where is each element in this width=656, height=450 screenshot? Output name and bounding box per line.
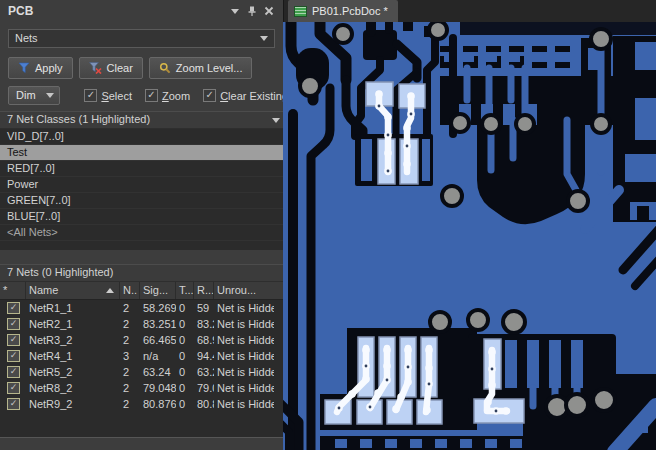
option-checkbox[interactable]: ✓ Clear Existing: [203, 89, 283, 102]
net-checkbox[interactable]: ✓: [7, 366, 20, 378]
net-class-item[interactable]: Power: [0, 177, 283, 193]
net-name: NetR2_1: [26, 318, 120, 330]
pcb-editor-canvas[interactable]: [283, 22, 656, 450]
checkbox[interactable]: ✓: [145, 89, 158, 102]
net-nodes: 2: [120, 398, 140, 410]
zoom-level-button[interactable]: Zoom Level...: [149, 57, 253, 79]
net-signal-length: 63.24: [140, 366, 176, 378]
checkbox[interactable]: ✓: [203, 89, 216, 102]
tab-label: PB01.PcbDoc *: [312, 5, 388, 17]
check-icon: ✓: [10, 335, 18, 344]
column-header-name[interactable]: Name: [26, 282, 120, 299]
net-checkbox[interactable]: ✓: [7, 302, 20, 314]
net-signal-length: 66.465: [140, 334, 176, 346]
clear-label: Clear: [107, 62, 133, 74]
net-checkbox[interactable]: ✓: [7, 382, 20, 394]
chevron-down-icon: [46, 93, 54, 98]
net-t-count: 0: [176, 398, 194, 410]
view-mode-value: Nets: [15, 32, 38, 44]
chevron-down-icon: [231, 9, 239, 14]
zoom-level-label: Zoom Level...: [176, 62, 243, 74]
net-nodes: 2: [120, 302, 140, 314]
net-checkbox[interactable]: ✓: [7, 398, 20, 410]
tab-pb01-pcbdoc[interactable]: PB01.PcbDoc *: [288, 0, 398, 22]
column-header-nodes[interactable]: N..: [120, 282, 140, 299]
apply-label: Apply: [35, 62, 63, 74]
net-class-item[interactable]: Test: [0, 145, 283, 161]
table-row[interactable]: ✓ NetR1_1 2 58.269 0 59 Net is Hidden: [0, 300, 283, 316]
net-t-count: 0: [176, 302, 194, 314]
net-name: NetR4_1: [26, 350, 120, 362]
net-routed-length: 68.9: [194, 334, 214, 346]
net-classes-header[interactable]: 7 Net Classes (1 Highlighted): [0, 111, 283, 129]
panel-menu-button[interactable]: [226, 4, 243, 18]
net-t-count: 0: [176, 318, 194, 330]
net-unrouted: Net is Hidden: [214, 398, 274, 410]
table-row[interactable]: ✓ NetR4_1 3 n/a 0 94.4 Net is Hidden: [0, 348, 283, 364]
clear-button[interactable]: Clear: [79, 57, 143, 79]
net-unrouted: Net is Hidden: [214, 318, 274, 330]
net-signal-length: 79.048: [140, 382, 176, 394]
check-icon: ✓: [10, 367, 18, 376]
pin-panel-button[interactable]: [243, 4, 260, 18]
column-header-t[interactable]: T...: [176, 282, 194, 299]
table-row[interactable]: ✓ NetR3_2 2 66.465 0 68.9 Net is Hidden: [0, 332, 283, 348]
checkbox[interactable]: ✓: [84, 89, 97, 102]
chevron-down-icon: [260, 36, 268, 41]
nets-table-body: ✓ NetR1_1 2 58.269 0 59 Net is Hidden ✓ …: [0, 300, 283, 412]
apply-button[interactable]: Apply: [8, 57, 73, 79]
option-label: Zoom: [162, 90, 190, 102]
pin-icon: [246, 5, 258, 17]
net-class-item[interactable]: BLUE[7..0]: [0, 209, 283, 225]
apply-funnel-icon: [18, 62, 30, 74]
option-checkbox[interactable]: ✓ Zoom: [145, 89, 190, 102]
net-nodes: 2: [120, 382, 140, 394]
net-nodes: 2: [120, 318, 140, 330]
option-label: Clear Existing: [220, 90, 283, 102]
table-row[interactable]: ✓ NetR8_2 2 79.048 0 79.0 Net is Hidden: [0, 380, 283, 396]
table-row[interactable]: ✓ NetR5_2 2 63.24 0 63.2 Net is Hidden: [0, 364, 283, 380]
table-row[interactable]: ✓ NetR2_1 2 83.251 0 83.2 Net is Hidden: [0, 316, 283, 332]
net-checkbox[interactable]: ✓: [7, 318, 20, 330]
close-icon: [264, 6, 274, 16]
chevron-down-icon: [272, 118, 280, 123]
check-icon: ✓: [10, 319, 18, 328]
column-header-signal[interactable]: Sig...: [140, 282, 176, 299]
net-name: NetR8_2: [26, 382, 120, 394]
option-checkbox[interactable]: ✓ Select: [84, 89, 132, 102]
net-routed-length: 83.2: [194, 318, 214, 330]
net-class-item[interactable]: RED[7..0]: [0, 161, 283, 177]
close-panel-button[interactable]: [260, 4, 277, 18]
view-mode-dropdown[interactable]: Nets: [8, 29, 275, 48]
document-tab-bar: PB01.PcbDoc *: [283, 0, 656, 22]
pcb-panel: PCB Nets Apply: [0, 0, 283, 450]
net-t-count: 0: [176, 334, 194, 346]
option-label: Select: [101, 90, 132, 102]
net-unrouted: Net is Hidden: [214, 350, 274, 362]
dim-value: Dim: [16, 89, 36, 101]
net-class-item[interactable]: VID_D[7..0]: [0, 129, 283, 145]
check-icon: ✓: [205, 90, 213, 100]
net-checkbox[interactable]: ✓: [7, 334, 20, 346]
net-name: NetR5_2: [26, 366, 120, 378]
net-class-item[interactable]: GREEN[7..0]: [0, 193, 283, 209]
sort-ascending-icon: [106, 288, 114, 293]
dim-dropdown[interactable]: Dim: [8, 86, 60, 105]
net-t-count: 0: [176, 382, 194, 394]
column-header-routed[interactable]: R...: [194, 282, 214, 299]
check-icon: ✓: [10, 303, 18, 312]
column-header-unrouted[interactable]: Unrou...: [214, 282, 274, 299]
column-header-star[interactable]: *: [0, 282, 26, 299]
clear-funnel-icon: [89, 62, 102, 74]
table-row[interactable]: ✓ NetR9_2 2 80.876 0 80.8 Net is Hidden: [0, 396, 283, 412]
nets-header[interactable]: 7 Nets (0 Highlighted): [0, 264, 283, 282]
net-routed-length: 63.2: [194, 366, 214, 378]
check-icon: ✓: [87, 90, 95, 100]
net-signal-length: 58.269: [140, 302, 176, 314]
net-unrouted: Net is Hidden: [214, 302, 274, 314]
panel-titlebar: PCB: [0, 0, 283, 22]
net-signal-length: 80.876: [140, 398, 176, 410]
net-class-item[interactable]: <All Nets>: [0, 225, 283, 241]
net-checkbox[interactable]: ✓: [7, 350, 20, 362]
net-nodes: 2: [120, 334, 140, 346]
